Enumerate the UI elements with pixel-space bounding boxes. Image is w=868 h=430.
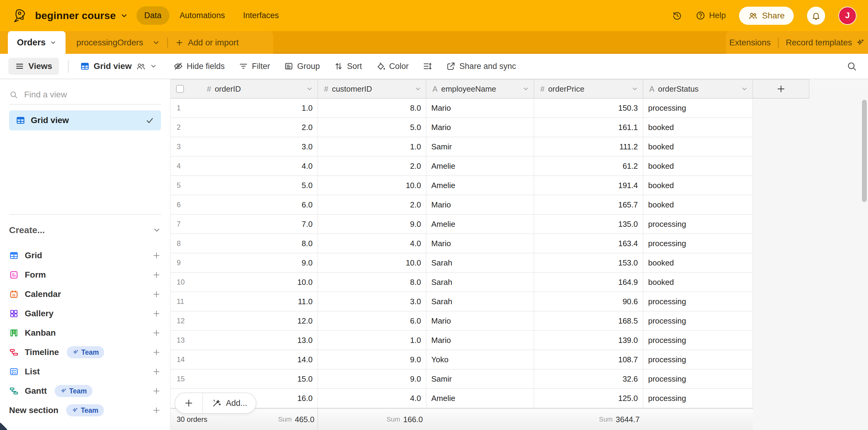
cell-orderID[interactable]: 5.05 — [170, 176, 318, 195]
nav-automations[interactable]: Automations — [172, 6, 233, 25]
column-header-customerID[interactable]: #customerID — [318, 80, 427, 98]
plus-icon[interactable] — [152, 367, 161, 376]
cell-orderID[interactable]: 6.06 — [170, 195, 318, 214]
column-header-orderStatus[interactable]: AorderStatus — [643, 80, 753, 98]
avatar[interactable]: J — [838, 7, 857, 25]
column-header-orderID[interactable]: #orderID — [170, 80, 318, 98]
sidebar-item-form[interactable]: Form — [9, 265, 161, 285]
cell-orderStatus[interactable]: processing — [643, 98, 753, 117]
search-input[interactable] — [24, 90, 127, 99]
cell-employeeName[interactable]: Mario — [427, 234, 534, 253]
cell-employeeName[interactable]: Mario — [427, 118, 534, 137]
cell-customerID[interactable]: 10.0 — [318, 253, 427, 272]
cell-employeeName[interactable]: Sarah — [427, 253, 534, 272]
table-row[interactable]: 15.0159.0Samir32.6processing — [170, 370, 753, 389]
cell-customerID[interactable]: 10.0 — [318, 176, 427, 195]
cell-customerID[interactable]: 3.0 — [318, 292, 427, 311]
views-button[interactable]: Views — [8, 58, 59, 75]
color-button[interactable]: Color — [376, 61, 409, 71]
table-row[interactable]: 9.0910.0Sarah153.0booked — [170, 253, 753, 273]
table-row[interactable]: 12.0126.0Mario168.5processing — [170, 312, 753, 331]
cell-employeeName[interactable]: Sarah — [427, 273, 534, 291]
cell-employeeName[interactable]: Sarah — [427, 292, 534, 311]
cell-orderPrice[interactable]: 108.7 — [534, 350, 643, 369]
sum-orderID[interactable]: Sum465.0 — [278, 409, 314, 430]
sidebar-item-calendar[interactable]: 31Calendar — [9, 285, 161, 304]
cell-employeeName[interactable]: Mario — [427, 312, 534, 330]
cell-customerID[interactable]: 5.0 — [318, 118, 427, 137]
cell-orderPrice[interactable]: 164.9 — [534, 273, 643, 291]
share-and-sync-button[interactable]: Share and sync — [446, 61, 516, 71]
cell-orderPrice[interactable]: 32.6 — [534, 370, 643, 388]
cell-orderStatus[interactable]: booked — [643, 176, 753, 195]
cell-employeeName[interactable]: Amelie — [427, 176, 534, 195]
cell-employeeName[interactable]: Amelie — [427, 156, 534, 175]
cell-orderStatus[interactable]: processing — [643, 292, 753, 311]
sidebar-item-grid[interactable]: Grid — [9, 246, 161, 265]
base-title-chevron-icon[interactable] — [120, 12, 128, 20]
cell-orderPrice[interactable]: 153.0 — [534, 253, 643, 272]
sidebar-item-kanban[interactable]: Kanban — [9, 323, 161, 343]
cell-orderID[interactable]: 1.01 — [170, 98, 318, 117]
cell-orderID[interactable]: 13.013 — [170, 331, 318, 349]
plus-icon[interactable] — [152, 328, 161, 338]
table-row[interactable]: 1.018.0Mario150.3processing — [170, 98, 753, 118]
cell-orderPrice[interactable]: 150.3 — [534, 98, 643, 117]
create-section-header[interactable]: Create... — [9, 221, 161, 239]
filter-button[interactable]: Filter — [239, 61, 270, 71]
add-field-button[interactable] — [753, 80, 809, 98]
cell-orderPrice[interactable]: 139.0 — [534, 331, 643, 349]
cell-employeeName[interactable]: Amelie — [427, 389, 534, 408]
group-button[interactable]: Group — [284, 61, 320, 71]
table-row[interactable]: 13.0131.0Mario139.0processing — [170, 331, 753, 350]
sidebar-item-grid-view[interactable]: Grid view — [9, 110, 161, 130]
chevron-down-icon[interactable] — [414, 85, 422, 92]
sidebar-item-timeline[interactable]: TimelineTeam — [9, 343, 161, 362]
table-row[interactable]: 6.062.0Mario165.7booked — [170, 195, 753, 215]
cell-orderStatus[interactable]: processing — [643, 350, 753, 369]
cell-orderID[interactable]: 12.012 — [170, 312, 318, 330]
table-row[interactable]: 7.079.0Amelie135.0processing — [170, 215, 753, 234]
cell-orderPrice[interactable]: 168.5 — [534, 312, 643, 330]
plus-icon[interactable] — [152, 270, 161, 279]
chevron-down-icon[interactable] — [522, 85, 529, 92]
cell-orderPrice[interactable]: 125.0 — [534, 389, 643, 408]
cell-orderPrice[interactable]: 61.2 — [534, 156, 643, 175]
select-all-checkbox[interactable] — [176, 85, 184, 93]
history-icon[interactable] — [672, 10, 682, 21]
chevron-down-icon[interactable] — [741, 85, 748, 92]
sidebar-item-gantt[interactable]: GanttTeam — [9, 381, 161, 401]
cell-orderID[interactable]: 8.08 — [170, 234, 318, 253]
cell-orderPrice[interactable]: 165.7 — [534, 195, 643, 214]
share-button[interactable]: Share — [739, 7, 794, 25]
cell-orderID[interactable]: 15.015 — [170, 370, 318, 388]
cell-orderStatus[interactable]: processing — [643, 234, 753, 253]
cell-employeeName[interactable]: Yoko — [427, 350, 534, 369]
cell-orderID[interactable]: 3.03 — [170, 137, 318, 156]
base-title[interactable]: beginner course — [35, 10, 116, 22]
plus-icon[interactable] — [152, 290, 161, 299]
sidebar-item-gallery[interactable]: Gallery — [9, 304, 161, 323]
tab-processingorders[interactable]: processingOrders — [76, 38, 143, 48]
table-row[interactable]: 3.031.0Samir111.2booked — [170, 137, 753, 156]
cell-orderPrice[interactable]: 191.4 — [534, 176, 643, 195]
cell-orderStatus[interactable]: booked — [643, 156, 753, 175]
cell-customerID[interactable]: 1.0 — [318, 137, 427, 156]
cell-customerID[interactable]: 9.0 — [318, 215, 427, 233]
cell-employeeName[interactable]: Amelie — [427, 215, 534, 233]
chevron-down-icon[interactable] — [631, 85, 639, 92]
nav-data[interactable]: Data — [136, 6, 169, 25]
sidebar-item-list[interactable]: List — [9, 362, 161, 381]
cell-employeeName[interactable]: Mario — [427, 195, 534, 214]
find-view-search[interactable] — [9, 85, 161, 105]
sidebar-item-new-section[interactable]: New sectionTeam — [9, 401, 161, 420]
table-row[interactable]: 14.0149.0Yoko108.7processing — [170, 350, 753, 370]
plus-icon[interactable] — [152, 309, 161, 318]
cell-orderStatus[interactable]: booked — [643, 253, 753, 272]
sum-orderPrice[interactable]: Sum3644.7 — [599, 409, 640, 430]
grid-view-button[interactable]: Grid view — [78, 61, 159, 71]
cell-orderID[interactable]: 9.09 — [170, 253, 318, 272]
cell-employeeName[interactable]: Samir — [427, 370, 534, 388]
cell-customerID[interactable]: 2.0 — [318, 156, 427, 175]
cell-orderID[interactable]: 4.04 — [170, 156, 318, 175]
